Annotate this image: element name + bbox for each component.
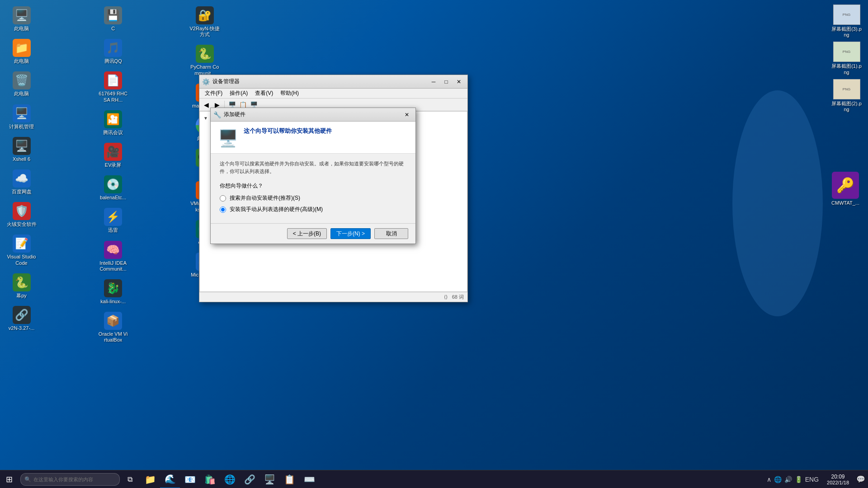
icon-balena[interactable]: 💿 balenaEtc... (96, 174, 130, 202)
taskbar-right: ∧ 🌐 🔊 🔋 ENG 20:09 2022/1/18 💬 (763, 470, 868, 488)
cancel-button[interactable]: 取消 (374, 228, 408, 239)
icon-xshell[interactable]: 🖥️ Xshell 6 (5, 135, 38, 164)
dialog-header-title: 这个向导可以帮助你安装其他硬件 (244, 127, 408, 135)
radio-manual-label[interactable]: 安装我手动从列表选择的硬件(高级)(M) (230, 206, 323, 213)
taskbar: ⊞ 🔍 ⧉ 📁 🌊 📧 🛍️ 🌐 🔗 🖥️ 📋 ⌨️ ∧ 🌐 🔊 🔋 ENG (0, 470, 868, 488)
search-icon: 🔍 (24, 476, 31, 483)
icon-v2rayn[interactable]: 🔐 V2RayN-快捷方式 (188, 5, 222, 39)
menu-help[interactable]: 帮助(H) (277, 89, 302, 98)
radio-manual[interactable] (220, 206, 226, 213)
screenshot-icon-3[interactable]: PNG 屏幕截图(3).png (830, 5, 863, 38)
toolbar-back-btn[interactable]: ◀ (201, 100, 211, 110)
notification-button[interactable]: 💬 (854, 470, 868, 488)
icon-wangpan[interactable]: 🖥️ 计算机管理 (5, 103, 38, 131)
menu-action[interactable]: 操作(A) (226, 89, 251, 98)
device-manager-statusbar: ⟨⟩ 68 词 (199, 292, 467, 302)
icon-v2n[interactable]: 🔗 v2N-3.27-... (5, 304, 38, 333)
dialog-controls: ✕ (401, 110, 413, 120)
add-hardware-titlebar: 🔧 添加硬件 ✕ (211, 108, 415, 122)
device-manager-titlebar: ⚙️ 设备管理器 ─ □ ✕ (199, 75, 467, 89)
taskbar-clock[interactable]: 20:09 2022/1/18 (822, 470, 854, 488)
tray-chevron[interactable]: ∧ (767, 476, 771, 483)
radio-auto-label[interactable]: 搜索并自动安装硬件(推荐)(S) (230, 194, 300, 202)
clock-time: 20:09 (831, 474, 845, 480)
icon-xunlei[interactable]: ⚡ 迅雷 (96, 206, 130, 235)
icon-my-docs[interactable]: 📁 此电脑 (5, 37, 38, 66)
dialog-header-icon: 🖥️ (218, 129, 238, 148)
dialog-question: 你想向导做什么？ (220, 182, 406, 190)
maximize-button[interactable]: □ (440, 77, 452, 87)
icon-qqmusic[interactable]: 🎵 腾讯QQ (96, 37, 130, 66)
device-manager-title: 设备管理器 (212, 78, 428, 85)
dialog-header-text: 这个向导可以帮助你安装其他硬件 (244, 127, 408, 137)
clock-date: 2022/1/18 (827, 480, 849, 485)
icon-baiduwang[interactable]: ☁️ 百度网盘 (5, 168, 38, 197)
taskbar-app-explorer[interactable]: 📁 (140, 470, 160, 488)
radio-option-manual[interactable]: 安装我手动从列表选择的硬件(高级)(M) (220, 206, 406, 213)
tray-keyboard[interactable]: ENG (805, 476, 819, 483)
taskbar-app-store[interactable]: 🛍️ (200, 470, 220, 488)
taskbar-apps: 📁 🌊 📧 🛍️ 🌐 🔗 🖥️ 📋 ⌨️ (140, 470, 319, 488)
dialog-body: 这个向导可以搜索其他硬件并为你自动安装。或者，如果你知道要安装哪个型号的硬件，你… (211, 154, 415, 223)
icon-kali[interactable]: 🐉 kali-linux-... (96, 277, 130, 306)
add-hardware-dialog: 🔧 添加硬件 ✕ 🖥️ 这个向导可以帮助你安装其他硬件 这个向导可以搜索其他硬件… (210, 108, 416, 244)
tray-volume[interactable]: 🔊 (784, 476, 792, 483)
dialog-title: 添加硬件 (224, 111, 401, 118)
icon-my-computer[interactable]: 🖥️ 此电脑 (5, 5, 38, 33)
dialog-title-icon: 🔧 (213, 111, 221, 118)
icon-meeting[interactable]: 🎦 腾讯会议 (96, 108, 130, 137)
window-controls: ─ □ ✕ (428, 77, 465, 87)
device-manager-title-icon: ⚙️ (202, 78, 210, 85)
dialog-description: 这个向导可以搜索其他硬件并为你自动安装。或者，如果你知道要安装哪个型号的硬件，你… (220, 160, 406, 175)
tray-battery[interactable]: 🔋 (795, 476, 802, 483)
desktop: 🖥️ 此电脑 📁 此电脑 🗑️ 此电脑 🖥️ 计算机管理 🖥️ Xshell 6… (0, 0, 868, 488)
status-code-icon: ⟨⟩ (444, 294, 448, 300)
search-input[interactable] (33, 477, 115, 482)
icon-pycharm[interactable]: 🐍 PyCharm Communit... (188, 43, 222, 78)
icon-intellij[interactable]: 🧠 IntelliJ IDEA Communit... (96, 239, 130, 274)
radio-option-auto[interactable]: 搜索并自动安装硬件(推荐)(S) (220, 194, 406, 202)
tray-network[interactable]: 🌐 (774, 476, 782, 483)
device-manager-menubar: 文件(F) 操作(A) 查看(V) 帮助(H) (199, 89, 467, 99)
minimize-button[interactable]: ─ (428, 77, 439, 87)
taskbar-app-notes[interactable]: 📋 (279, 470, 299, 488)
cmwtat-icon[interactable]: 🔑 CMWTAT_... (827, 172, 863, 206)
icon-pdf[interactable]: 📄 617649 RHCSA RH... (96, 70, 130, 104)
close-button[interactable]: ✕ (453, 77, 465, 87)
status-word-count: 68 词 (452, 294, 464, 300)
task-view-button[interactable]: ⧉ (122, 470, 138, 488)
taskbar-search-box[interactable]: 🔍 (20, 473, 120, 486)
icon-recycle[interactable]: 🗑️ 此电脑 (5, 70, 38, 99)
menu-file[interactable]: 文件(F) (201, 89, 226, 98)
dialog-header: 🖥️ 这个向导可以帮助你安装其他硬件 (211, 122, 415, 154)
back-button[interactable]: < 上一步(B) (287, 228, 327, 239)
icon-c-drive[interactable]: 💾 C (96, 5, 130, 33)
taskbar-app-terminal[interactable]: ⌨️ (299, 470, 319, 488)
icon-360[interactable]: 🛡️ 火绒安全软件 (5, 200, 38, 229)
icon-ev[interactable]: 🎥 EV录屏 (96, 141, 130, 170)
taskbar-app-mail[interactable]: 📧 (180, 470, 200, 488)
taskbar-app-chrome[interactable]: 🌐 (220, 470, 240, 488)
screenshot-icon-1[interactable]: PNG 屏幕截图(1).png (830, 42, 863, 75)
next-button[interactable]: 下一步(N) > (330, 228, 371, 239)
dialog-footer: < 上一步(B) 下一步(N) > 取消 (211, 223, 415, 244)
wallpaper-accent (732, 90, 823, 316)
screenshot-icon-2[interactable]: PNG 屏幕截图(2).png (830, 79, 863, 113)
tree-arrow: ▼ (203, 116, 211, 121)
start-button[interactable]: ⊞ (0, 470, 18, 488)
taskbar-app-link[interactable]: 🔗 (240, 470, 259, 488)
menu-view[interactable]: 查看(V) (251, 89, 277, 98)
icon-mu-py[interactable]: 🐍 幕py (5, 272, 38, 300)
system-tray: ∧ 🌐 🔊 🔋 ENG (763, 470, 822, 488)
radio-auto[interactable] (220, 195, 226, 202)
icon-vscode[interactable]: 📝 Visual Studio Code (5, 233, 38, 267)
taskbar-app-edge[interactable]: 🌊 (160, 470, 180, 488)
dialog-close-button[interactable]: ✕ (401, 110, 413, 120)
icon-virtualbox[interactable]: 📦 Oracle VM VirtualBox (96, 310, 130, 345)
right-icons-area: PNG 屏幕截图(3).png PNG 屏幕截图(1).png PNG 屏幕截图… (830, 5, 863, 113)
taskbar-app-vm[interactable]: 🖥️ (259, 470, 279, 488)
